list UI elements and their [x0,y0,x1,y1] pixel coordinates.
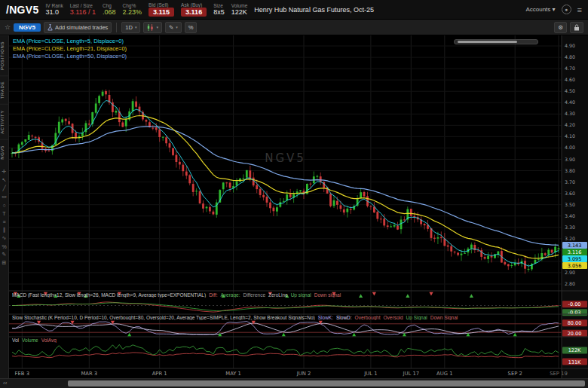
drawings-dropdown[interactable]: ✎▾ [165,22,182,33]
ask-button[interactable]: 3.116 [181,8,207,17]
svg-text:4.10: 4.10 [565,133,575,139]
contract-description: Henry Hub Natural Gas Futures, Oct-25 [254,6,374,14]
user-icon[interactable]: ● [562,5,571,14]
grid-icon[interactable]: ⊞ [0,259,8,267]
size-field: Size 8x5 [213,3,225,17]
svg-text:3.70: 3.70 [565,179,575,185]
ask-field: Ask (Buy) 3.116 [181,2,207,17]
sidebar-tab-trade[interactable]: TRADE [0,75,8,104]
svg-text:2.90: 2.90 [565,270,575,275]
svg-text:JUL 1: JUL 1 [363,371,377,377]
chgpct-field: Chg% 2.23% [123,3,142,17]
iv-rank-value: 31.0 [46,8,63,16]
scroll-left-icon[interactable]: ‹‹ [3,380,7,386]
gear-icon: ⚙ [558,24,563,31]
svg-text:4.80: 4.80 [565,54,575,60]
bid-label: Bid (Sell) [149,2,174,8]
svg-text:3.60: 3.60 [565,191,575,196]
chg-value: .068 [103,8,116,16]
svg-text:3.50: 3.50 [565,202,575,207]
svg-text:JUL 17: JUL 17 [403,371,420,377]
scrollbar-thumb[interactable] [458,41,517,43]
padlock-icon [574,24,580,31]
pencil-icon: ✎ [169,24,173,31]
time-scrollbar[interactable]: ‹‹ [0,378,588,388]
circle-icon[interactable]: ○ [0,201,8,209]
crosshair-icon[interactable]: ✛ [0,168,8,176]
sidebar-tab-positions[interactable]: POSITIONS [0,35,8,75]
volume-label: Volume [231,3,248,8]
svg-text:20.00: 20.00 [568,331,582,337]
cursor-icon[interactable]: ↖ [0,176,8,185]
last-size-label: Last / Size [70,3,96,8]
svg-text:FEB 3: FEB 3 [15,371,29,377]
ask-label: Ask (Buy) [181,2,207,8]
accounts-dropdown[interactable]: Accounts ▾ [525,6,555,13]
favorite-icon[interactable]: ☆ [5,23,11,31]
svg-text:3.143: 3.143 [568,243,582,249]
svg-text:JUN 2: JUN 2 [296,371,311,377]
chart-canvas[interactable]: FEB 3MAR 3APR 1MAY 1JUN 2JUL 1JUL 17AUG … [9,35,588,378]
channel-icon[interactable]: ∥ [0,226,8,234]
bid-button[interactable]: 3.115 [149,8,174,17]
svg-text:3.116: 3.116 [568,249,582,255]
svg-text:2.80: 2.80 [565,281,575,286]
last-size-value: 3.116 / 1 [70,8,96,16]
symbol-chip[interactable]: NGV5 [14,23,41,32]
text-icon[interactable]: T [0,209,8,218]
svg-text:AUG 1: AUG 1 [436,371,452,377]
iv-rank-label: IV Rank [46,3,63,8]
chgpct-label: Chg% [123,3,142,8]
svg-text:3.056: 3.056 [568,263,582,269]
time-scrollbar-thumb[interactable] [68,380,585,386]
svg-text:MAY 1: MAY 1 [225,371,241,377]
svg-text:3.40: 3.40 [565,213,575,218]
svg-text:-0.00: -0.00 [568,301,581,307]
chevron-down-icon: ▾ [156,25,158,29]
toolbar-divider [116,23,117,32]
chg-field: Chg .068 [103,3,116,17]
svg-text:122K: 122K [568,347,581,353]
trading-platform-window: /NGV5 IV Rank 31.0 Last / Size 3.116 / 1… [0,0,588,388]
chart-zoom-scrollbar[interactable] [454,39,538,44]
settings-button[interactable]: ⚙ [554,22,567,33]
svg-text:APR 1: APR 1 [152,371,167,377]
chgpct-value: 2.23% [123,8,142,16]
svg-text:4.40: 4.40 [565,99,575,105]
percent-icon[interactable]: % [0,243,8,251]
flask-icon [47,24,53,31]
chevron-down-icon: ▾ [135,25,137,29]
svg-text:4.50: 4.50 [565,88,575,93]
chevron-down-icon: ▾ [176,25,178,29]
add-simulated-trades-button[interactable]: Add simulated trades [44,22,112,33]
svg-text:3.30: 3.30 [565,225,575,230]
svg-text:4.60: 4.60 [565,77,575,82]
iv-rank-field: IV Rank 31.0 [46,3,63,17]
percent-scale-button[interactable]: % [185,22,198,33]
svg-text:3.20: 3.20 [565,236,575,241]
note-icon[interactable]: ✎ [0,251,8,259]
rect-icon[interactable]: ▭ [0,193,8,201]
chart-region: FEB 3MAR 3APR 1MAY 1JUN 2JUL 1JUL 17AUG … [9,35,588,378]
svg-text:4.70: 4.70 [565,66,575,71]
volume-field: Volume 122K [231,3,248,17]
sidebar-tab-symbol[interactable]: NGV5 [0,139,8,165]
size-value: 8x5 [213,8,225,16]
svg-text:MAR 3: MAR 3 [81,371,97,377]
lock-button[interactable] [570,22,583,33]
bid-field: Bid (Sell) 3.115 [149,2,174,17]
chg-label: Chg [103,3,116,8]
trendline-icon[interactable]: ╱ [0,185,8,193]
wave-icon[interactable]: ∿ [0,234,8,243]
menu-icon[interactable]: ≡ [577,5,582,14]
svg-text:SEP 19: SEP 19 [550,371,568,377]
chart-style-dropdown[interactable]: ▾ [143,22,162,33]
svg-text:131K: 131K [568,359,581,365]
svg-text:-0.03: -0.03 [568,310,581,316]
sidebar-tab-activity[interactable]: ACTIVITY [0,104,8,139]
symbol-title: /NGV5 [6,4,39,16]
volume-value: 122K [231,8,248,16]
svg-text:4.30: 4.30 [565,111,575,116]
fib-icon[interactable]: ≡ [0,218,8,226]
timeframe-dropdown[interactable]: 1D▾ [121,22,140,33]
